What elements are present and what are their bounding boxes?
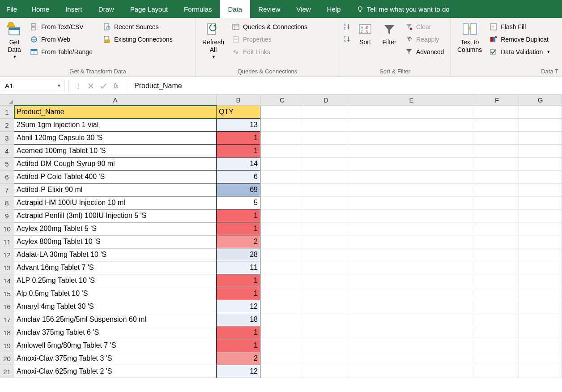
cell-qty[interactable]: 14 xyxy=(217,158,260,170)
cell[interactable] xyxy=(348,352,475,365)
cell[interactable] xyxy=(519,352,562,365)
cell[interactable] xyxy=(519,300,562,313)
advanced-button[interactable]: Advanced xyxy=(402,47,447,57)
row-header[interactable]: 20 xyxy=(0,352,14,365)
cell[interactable] xyxy=(348,145,475,158)
insert-function-button[interactable]: fx xyxy=(110,80,122,92)
cell[interactable] xyxy=(348,106,475,119)
cell[interactable] xyxy=(475,365,519,378)
cell[interactable] xyxy=(260,106,304,119)
cell-product-name[interactable]: ALP 0.25mg Tablet 10 'S xyxy=(14,274,217,287)
cell-qty[interactable]: 1 xyxy=(217,222,260,235)
menu-page-layout[interactable]: Page Layout xyxy=(122,0,176,18)
cell[interactable] xyxy=(519,145,562,158)
menu-insert[interactable]: Insert xyxy=(57,0,90,18)
cell[interactable] xyxy=(304,222,348,235)
row-header[interactable]: 15 xyxy=(0,287,14,300)
cell-qty[interactable]: 1 xyxy=(217,274,260,287)
column-header-C[interactable]: C xyxy=(260,95,304,106)
cell[interactable] xyxy=(519,326,562,339)
cell[interactable] xyxy=(260,119,304,132)
refresh-all-button[interactable]: Refresh All ▼ xyxy=(199,20,228,61)
cell[interactable] xyxy=(519,261,562,274)
cell-qty[interactable]: 1 xyxy=(217,287,260,300)
cell[interactable] xyxy=(348,287,475,300)
cell[interactable] xyxy=(260,300,304,313)
cell-product-name[interactable]: Actifed DM Cough Syrup 90 ml xyxy=(14,158,217,170)
cell[interactable] xyxy=(304,170,348,183)
cell[interactable] xyxy=(348,261,475,274)
cell-qty[interactable]: 18 xyxy=(217,313,260,326)
menu-draw[interactable]: Draw xyxy=(90,0,122,18)
tell-me-search[interactable]: Tell me what you want to do xyxy=(349,0,457,18)
row-header[interactable]: 8 xyxy=(0,196,14,209)
cell[interactable] xyxy=(475,183,519,196)
cell-A1[interactable]: Product_Name xyxy=(14,106,217,119)
cell[interactable] xyxy=(475,158,519,170)
cell-product-name[interactable]: Actrapid Penfill (3ml) 100IU Injection 5… xyxy=(14,209,217,222)
reapply-button[interactable]: Reapply xyxy=(402,34,447,45)
cell[interactable] xyxy=(348,209,475,222)
sort-desc-button[interactable]: ZA xyxy=(342,34,353,45)
cell[interactable] xyxy=(475,145,519,158)
cell[interactable] xyxy=(475,248,519,261)
enter-icon[interactable] xyxy=(97,80,110,92)
cell[interactable] xyxy=(260,196,304,209)
row-header[interactable]: 10 xyxy=(0,222,14,235)
column-header-A[interactable]: A xyxy=(14,95,217,106)
cell[interactable] xyxy=(304,183,348,196)
cell[interactable] xyxy=(519,235,562,248)
cell-product-name[interactable]: Actifed P Cold Tablet 400 'S xyxy=(14,170,217,183)
cell[interactable] xyxy=(348,248,475,261)
cell-qty[interactable]: 11 xyxy=(217,261,260,274)
cell[interactable] xyxy=(519,248,562,261)
cell[interactable] xyxy=(348,365,475,378)
cell-qty[interactable]: 5 xyxy=(217,196,260,209)
cell[interactable] xyxy=(348,339,475,352)
cell-qty[interactable]: 12 xyxy=(217,300,260,313)
cell[interactable] xyxy=(304,132,348,145)
cell[interactable] xyxy=(304,261,348,274)
cell[interactable] xyxy=(519,222,562,235)
cell[interactable] xyxy=(519,183,562,196)
cell[interactable] xyxy=(475,313,519,326)
cell[interactable] xyxy=(348,158,475,170)
cell[interactable] xyxy=(475,274,519,287)
cell[interactable] xyxy=(519,209,562,222)
cell-product-name[interactable]: Advant 16mg Tablet 7 'S xyxy=(14,261,217,274)
cell[interactable] xyxy=(475,222,519,235)
cell-qty[interactable]: 2 xyxy=(217,352,260,365)
cell[interactable] xyxy=(348,222,475,235)
cell[interactable] xyxy=(304,313,348,326)
cell-qty[interactable]: 13 xyxy=(217,119,260,132)
cell[interactable] xyxy=(519,274,562,287)
row-header[interactable]: 19 xyxy=(0,339,14,352)
cell[interactable] xyxy=(260,183,304,196)
menu-data[interactable]: Data xyxy=(220,0,250,18)
cell[interactable] xyxy=(348,235,475,248)
cell[interactable] xyxy=(304,106,348,119)
column-header-F[interactable]: F xyxy=(475,95,519,106)
cell[interactable] xyxy=(304,339,348,352)
existing-connections-button[interactable]: Existing Connections xyxy=(100,34,175,45)
cell[interactable] xyxy=(260,365,304,378)
cell[interactable] xyxy=(260,170,304,183)
cell[interactable] xyxy=(304,145,348,158)
cell[interactable] xyxy=(475,235,519,248)
cell-product-name[interactable]: Amclav 375mg Tablet 6 'S xyxy=(14,326,217,339)
data-validation-button[interactable]: Data Validation ▼ xyxy=(486,47,553,57)
cell[interactable] xyxy=(304,209,348,222)
row-header[interactable]: 7 xyxy=(0,183,14,196)
cell[interactable] xyxy=(260,274,304,287)
cell[interactable] xyxy=(260,235,304,248)
cell[interactable] xyxy=(475,119,519,132)
cancel-icon[interactable] xyxy=(85,80,97,92)
cell[interactable] xyxy=(260,145,304,158)
cell-qty[interactable]: 69 xyxy=(217,183,260,196)
formula-input[interactable] xyxy=(130,80,562,92)
column-header-G[interactable]: G xyxy=(519,95,562,106)
row-header[interactable]: 17 xyxy=(0,313,14,326)
cell-qty[interactable]: 2 xyxy=(217,235,260,248)
cell[interactable] xyxy=(519,313,562,326)
cell[interactable] xyxy=(519,170,562,183)
